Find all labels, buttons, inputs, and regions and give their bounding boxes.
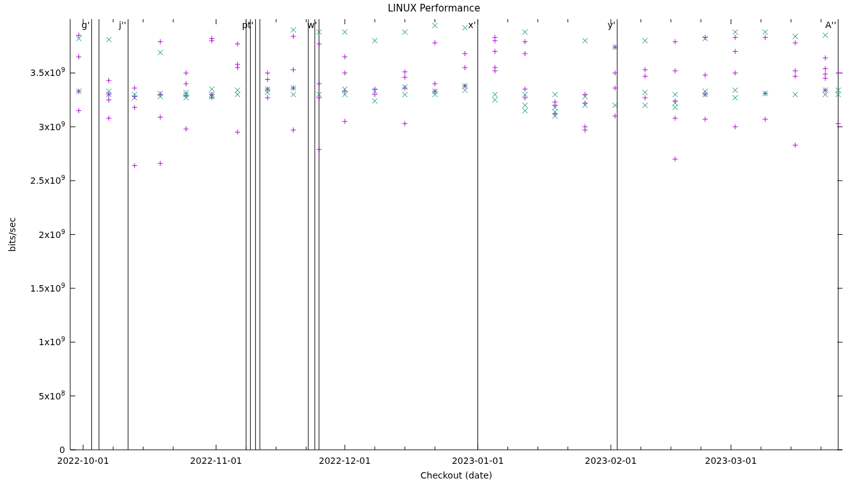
y-tick-label: 1x109 <box>39 336 65 347</box>
event-label: x' <box>468 20 475 30</box>
performance-chart: LINUX Performance 05x1081x1091.5x1092x10… <box>0 0 868 490</box>
x-tick-label: 2023-01-01 <box>452 456 504 466</box>
event-label: j'' <box>118 20 126 30</box>
event-label: pt' <box>242 20 253 30</box>
y-axis-label: bits/sec <box>7 218 17 252</box>
event-label: g' <box>82 20 90 30</box>
x-tick-label: 2022-10-01 <box>57 456 108 466</box>
x-tick-label: 2022-11-01 <box>190 456 242 466</box>
y-tick-label: 0 <box>59 445 65 455</box>
y-tick-label: 3x109 <box>39 121 65 132</box>
y-tick-label: 2.5x109 <box>30 174 65 186</box>
event-label: y' <box>608 20 615 30</box>
y-tick-label: 3.5x109 <box>30 66 65 78</box>
event-label: w' <box>308 20 317 30</box>
x-tick-label: 2022-12-01 <box>319 456 371 466</box>
x-tick-label: 2023-03-01 <box>705 456 757 466</box>
event-label: A'' <box>825 20 836 30</box>
x-axis-label: Checkout (date) <box>421 470 492 480</box>
chart-title: LINUX Performance <box>387 3 480 14</box>
y-tick-label: 1.5x109 <box>30 282 65 293</box>
y-tick-label: 5x108 <box>39 390 65 401</box>
y-tick-label: 2x109 <box>39 228 65 240</box>
x-tick-label: 2023-02-01 <box>585 456 636 466</box>
